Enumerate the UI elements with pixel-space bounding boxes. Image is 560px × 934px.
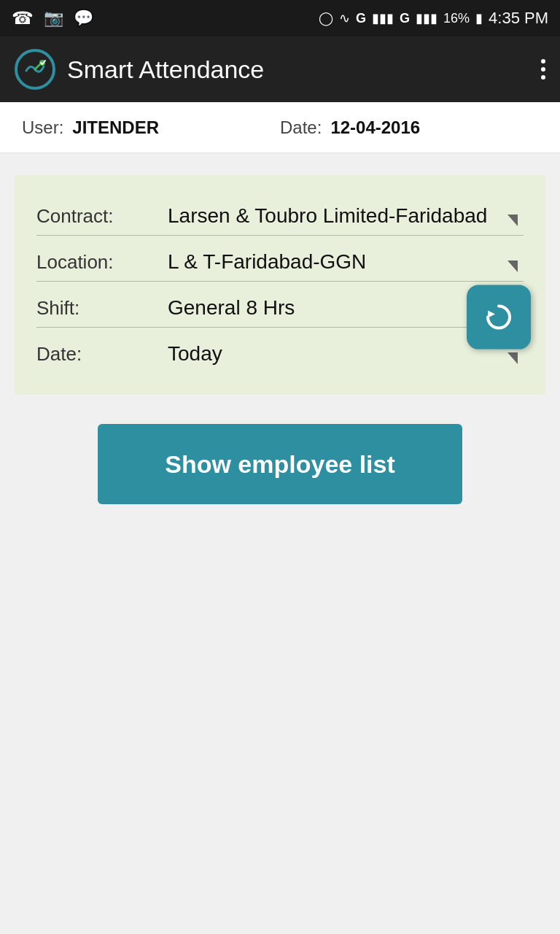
location-label: Location:	[36, 251, 168, 274]
app-logo-icon	[15, 49, 55, 90]
contract-dropdown-arrow	[508, 215, 518, 226]
app-bar: Smart Attendance	[0, 36, 560, 102]
overflow-menu-button[interactable]	[541, 59, 545, 80]
whatsapp-icon: ☎	[12, 8, 34, 28]
status-bar-right: ◯ ∿ G ▮▮▮ G ▮▮▮ 16% ▮ 4:35 PM	[319, 9, 548, 28]
date-row[interactable]: Date: Today	[36, 328, 524, 373]
shift-value: General 8 Hrs	[168, 296, 443, 320]
svg-marker-2	[488, 311, 495, 318]
date-value: 12-04-2016	[330, 117, 420, 138]
signal-bars-icon: ▮▮▮	[372, 10, 394, 26]
menu-dot	[541, 75, 545, 80]
location-value: L & T-Faridabad-GGN	[168, 250, 524, 274]
date-section: Date: 12-04-2016	[280, 117, 538, 138]
refresh-icon	[481, 299, 517, 336]
refresh-button[interactable]	[467, 285, 531, 350]
chat-icon: 💬	[74, 9, 93, 28]
image-icon: 📷	[44, 9, 63, 28]
user-date-bar: User: JITENDER Date: 12-04-2016	[0, 102, 560, 153]
user-value: JITENDER	[72, 117, 159, 138]
battery-icon: ▮	[475, 10, 483, 26]
status-time: 4:35 PM	[489, 9, 548, 28]
signal-g-icon: G	[356, 11, 366, 26]
shift-row[interactable]: Shift: General 8 Hrs	[36, 282, 524, 328]
contract-value: Larsen & Toubro Limited-Faridabad	[168, 204, 524, 228]
wifi-icon: ∿	[339, 10, 350, 26]
app-bar-brand: Smart Attendance	[15, 49, 264, 90]
user-section: User: JITENDER	[22, 117, 280, 138]
date-dropdown-arrow	[508, 352, 518, 364]
contract-label: Contract:	[36, 205, 168, 228]
form-date-label: Date:	[36, 343, 168, 366]
user-label: User:	[22, 117, 63, 138]
form-card: Contract: Larsen & Toubro Limited-Farida…	[15, 175, 545, 395]
signal-bars2-icon: ▮▮▮	[416, 10, 438, 26]
show-employee-list-button[interactable]: Show employee list	[98, 424, 462, 504]
contract-row[interactable]: Contract: Larsen & Toubro Limited-Farida…	[36, 190, 524, 236]
signal-g2-icon: G	[400, 11, 410, 26]
location-dropdown-arrow	[508, 260, 518, 272]
alarm-icon: ◯	[319, 10, 333, 26]
date-label: Date:	[280, 117, 322, 138]
app-title: Smart Attendance	[67, 55, 264, 84]
main-content: Contract: Larsen & Toubro Limited-Farida…	[0, 153, 560, 934]
status-bar-icons: ☎ 📷 💬	[12, 8, 93, 28]
menu-dot	[541, 59, 545, 63]
location-row[interactable]: Location: L & T-Faridabad-GGN	[36, 236, 524, 282]
battery-percent: 16%	[443, 11, 470, 26]
status-bar: ☎ 📷 💬 ◯ ∿ G ▮▮▮ G ▮▮▮ 16% ▮ 4:35 PM	[0, 0, 560, 36]
shift-label: Shift:	[36, 297, 168, 320]
menu-dot	[541, 67, 545, 72]
